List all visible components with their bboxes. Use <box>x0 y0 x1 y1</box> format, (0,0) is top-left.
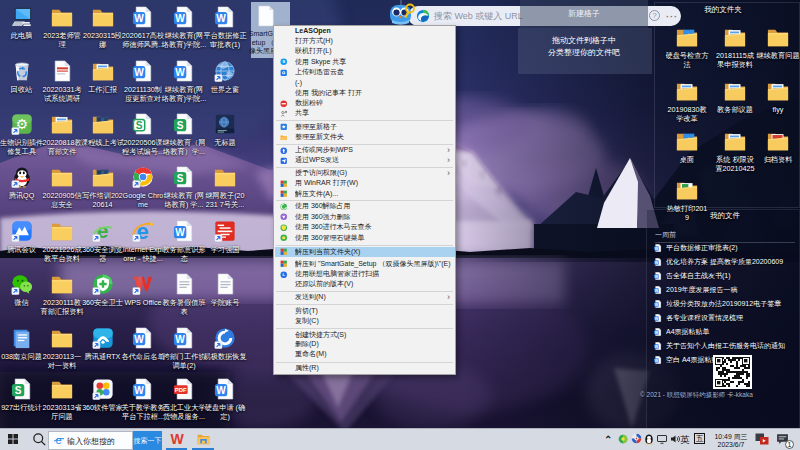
svg-text:S: S <box>136 120 143 131</box>
svg-text:W: W <box>175 334 185 345</box>
svg-text:W: W <box>175 67 185 78</box>
svg-text:W: W <box>216 13 226 24</box>
svg-text:W: W <box>655 275 659 279</box>
svg-text:W: W <box>175 13 185 24</box>
svg-text:S: S <box>282 60 285 65</box>
svg-text:S: S <box>177 173 184 184</box>
svg-text:W: W <box>655 317 659 321</box>
svg-text:W: W <box>134 334 144 345</box>
svg-text:W: W <box>655 359 659 363</box>
svg-text:PDF: PDF <box>175 387 187 393</box>
svg-text:W: W <box>655 261 659 265</box>
svg-text:W: W <box>655 247 659 251</box>
svg-text:W: W <box>134 13 144 24</box>
svg-text:S: S <box>14 385 21 396</box>
svg-text:W: W <box>134 67 144 78</box>
svg-text:W: W <box>134 385 144 396</box>
svg-text:W: W <box>175 227 185 238</box>
svg-text:W: W <box>655 345 659 349</box>
svg-text:S: S <box>177 120 184 131</box>
svg-text:W: W <box>655 303 659 307</box>
svg-text:W: W <box>655 289 659 293</box>
svg-text:W: W <box>655 331 659 335</box>
svg-text:W: W <box>216 385 226 396</box>
